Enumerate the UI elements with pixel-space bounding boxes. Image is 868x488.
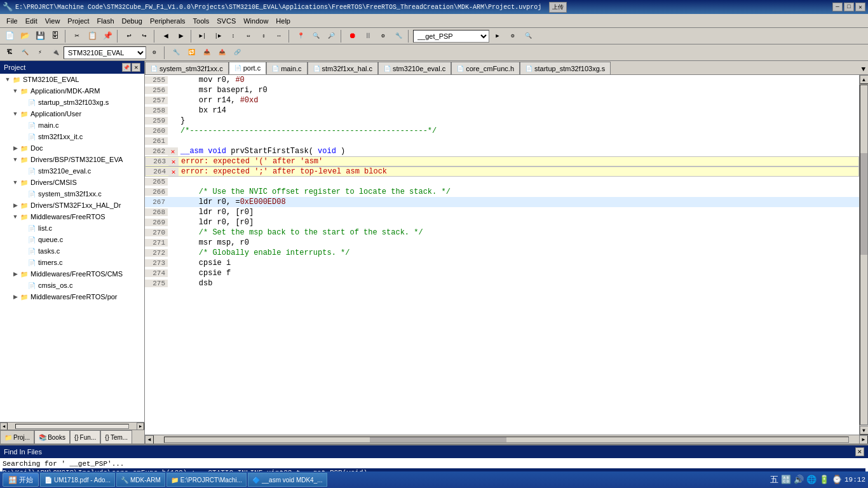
tb-b3[interactable]: ↕ — [226, 29, 240, 43]
minimize-button[interactable]: — — [832, 3, 843, 11]
tb2-f[interactable]: 🔁 — [184, 46, 198, 60]
tb-go[interactable]: ▶ — [491, 29, 505, 43]
taskbar-item-proj[interactable]: 📁 E:\PROJRCT\Machi... — [166, 473, 247, 487]
tb-paste[interactable]: 📌 — [100, 29, 114, 43]
menu-svcs[interactable]: SVCS — [213, 16, 240, 26]
vscroll-track[interactable] — [860, 85, 868, 425]
menu-window[interactable]: Window — [240, 16, 272, 26]
tree-item-startup[interactable]: 📄 startup_stm32f103xg.s — [0, 97, 144, 108]
menu-edit[interactable]: Edit — [22, 16, 41, 26]
upload-btn[interactable]: 上传 — [549, 2, 567, 13]
menu-project[interactable]: Project — [64, 16, 93, 26]
tree-item-drivers-bsp[interactable]: ▼ 📁 Drivers/BSP/STM3210E_EVA — [0, 154, 144, 165]
tb-d1[interactable]: ⚙ — [376, 29, 390, 43]
tb-b2[interactable]: |▶ — [211, 29, 225, 43]
tb-e1[interactable]: ⚙ — [506, 29, 520, 43]
tb-d2[interactable]: 🔧 — [391, 29, 405, 43]
hscroll-left[interactable]: ◀ — [0, 423, 8, 430]
tray-icon4[interactable]: 🌐 — [806, 475, 817, 485]
tree-item-mw-freertos-cms[interactable]: ▶ 📁 Middlewares/FreeRTOS/CMS — [0, 268, 144, 280]
vertical-scrollbar[interactable]: ▲ ▼ — [859, 75, 868, 435]
target-dropdown[interactable]: STM3210E_EVAL — [64, 46, 146, 59]
tree-item-system-stm32[interactable]: 📄 system_stm32f1xx.c — [0, 188, 144, 200]
hscroll-left[interactable]: ◀ — [145, 435, 154, 444]
menu-view[interactable]: View — [41, 16, 64, 26]
tb-c1[interactable]: 📍 — [294, 29, 308, 43]
tree-item-cmsis-os-c[interactable]: 📄 cmsis_os.c — [0, 280, 144, 291]
tb-run[interactable]: ⏺ — [346, 29, 360, 43]
sidebar-tab-books[interactable]: 📚 Books — [34, 430, 70, 444]
tab-main-c[interactable]: 📄 main.c — [266, 62, 307, 74]
tb-nav-fwd[interactable]: ▶ — [174, 29, 188, 43]
tab-port-c[interactable]: 📄 port.c — [229, 62, 267, 74]
start-button[interactable]: 🪟 开始 — [3, 473, 39, 487]
tree-item-stm32-it[interactable]: 📄 stm32f1xx_it.c — [0, 131, 144, 142]
sidebar-tab-func[interactable]: {} Fun... — [70, 430, 100, 444]
tree-item-doc[interactable]: ▶ 📁 Doc — [0, 142, 144, 154]
tb-redo[interactable]: ↪ — [137, 29, 151, 43]
sidebar-hscroll[interactable]: ◀ ▶ — [0, 422, 144, 430]
tb-stop[interactable]: ⏸ — [361, 29, 375, 43]
tb-new[interactable]: 📄 — [3, 29, 17, 43]
tb2-e[interactable]: 🔧 — [169, 46, 183, 60]
sidebar-close[interactable]: ✕ — [132, 63, 140, 72]
function-dropdown[interactable]: __get_PSP — [413, 30, 489, 43]
tree-item-root[interactable]: ▼ 📁 STM3210E_EVAL — [0, 74, 144, 85]
tab-stm32f1xx-hal[interactable]: 📄 stm32f1xx_hal.c — [308, 62, 378, 74]
tb-b5[interactable]: ⇕ — [257, 29, 271, 43]
menu-peripherals[interactable]: Peripherals — [146, 16, 189, 26]
tree-item-stm3210e-eval-c[interactable]: 📄 stm3210e_eval.c — [0, 165, 144, 177]
menu-file[interactable]: File — [3, 16, 22, 26]
tree-item-list-c[interactable]: 📄 list.c — [0, 222, 144, 234]
vscroll-down[interactable]: ▼ — [860, 426, 869, 435]
menu-debug[interactable]: Debug — [118, 16, 146, 26]
tree-item-app-user[interactable]: ▼ 📁 Application/User — [0, 108, 144, 119]
tb2-c[interactable]: ⚡ — [33, 46, 47, 60]
bottom-panel-close[interactable]: ✕ — [855, 447, 864, 456]
maximize-button[interactable]: □ — [844, 3, 854, 11]
vscroll-thumb[interactable] — [860, 153, 867, 255]
hscroll-thumb[interactable] — [370, 437, 506, 442]
close-button[interactable]: ✕ — [855, 3, 865, 11]
tb2-d[interactable]: 🔌 — [48, 46, 62, 60]
tb-copy[interactable]: 📋 — [85, 29, 99, 43]
tb-b4[interactable]: ⇔ — [241, 29, 255, 43]
tb-cut[interactable]: ✂ — [70, 29, 84, 43]
tree-item-mw-freertos[interactable]: ▼ 📁 Middlewares/FreeRTOS — [0, 211, 144, 222]
vscroll-up[interactable]: ▲ — [860, 75, 869, 84]
tb-b1[interactable]: ▶| — [196, 29, 210, 43]
tree-item-drivers-cmsis[interactable]: ▼ 📁 Drivers/CMSIS — [0, 177, 144, 188]
tree-expander[interactable]: ▼ — [4, 76, 11, 83]
tb-saveall[interactable]: 🗄 — [48, 29, 62, 43]
tb-c2[interactable]: 🔍 — [309, 29, 323, 43]
tb-b6[interactable]: ↔ — [272, 29, 286, 43]
tb-open[interactable]: 📂 — [18, 29, 32, 43]
tb-save[interactable]: 💾 — [33, 29, 47, 43]
tab-scroll-button[interactable]: ▼ — [858, 64, 868, 74]
hscroll-right[interactable]: ▶ — [137, 423, 144, 430]
tree-item-tasks-c[interactable]: 📄 tasks.c — [0, 245, 144, 257]
hscroll-track[interactable] — [164, 437, 849, 443]
tb2-i[interactable]: 🔗 — [230, 46, 244, 60]
tb2-g[interactable]: 📥 — [200, 46, 214, 60]
editor-hscrollbar[interactable]: ◀ ▶ — [145, 435, 868, 444]
sidebar-tab-proj[interactable]: 📁 Proj... — [0, 430, 34, 444]
tb-nav-back[interactable]: ◀ — [159, 29, 173, 43]
tree-item-app-mdk[interactable]: ▼ 📁 Application/MDK-ARM — [0, 85, 144, 97]
menu-tools[interactable]: Tools — [189, 16, 214, 26]
tray-icon6[interactable]: ⌚ — [832, 475, 842, 485]
tb2-target-settings[interactable]: ⚙ — [147, 46, 161, 60]
tree-item-timers-c[interactable]: 📄 timers.c — [0, 257, 144, 268]
tb2-b[interactable]: 🔨 — [18, 46, 32, 60]
tree-item-drivers-hal[interactable]: ▶ 📁 Drivers/STM32F1xx_HAL_Dr — [0, 200, 144, 211]
taskbar-item-asm[interactable]: 🔷 __asm void MDK4_... — [248, 473, 327, 487]
tb-e2[interactable]: 🔍 — [521, 29, 535, 43]
tab-system-stm32[interactable]: 📄 system_stm32f1xx.c — [145, 62, 229, 74]
tb-undo[interactable]: ↩ — [122, 29, 136, 43]
menu-help[interactable]: Help — [272, 16, 294, 26]
tree-item-main-c[interactable]: 📄 main.c — [0, 119, 144, 131]
tree-expander[interactable]: ▼ — [11, 88, 19, 94]
sidebar-pin[interactable]: 📌 — [122, 63, 131, 72]
tab-stm3210e-eval[interactable]: 📄 stm3210e_eval.c — [378, 62, 451, 74]
tray-icon1[interactable]: 五 — [770, 474, 778, 485]
